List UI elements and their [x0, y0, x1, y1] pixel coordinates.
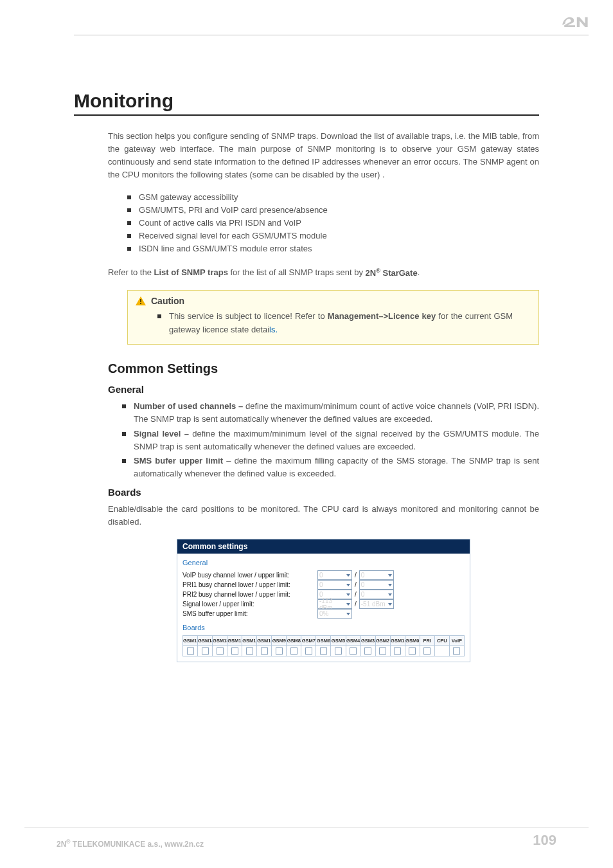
intro-paragraph: This section helps you configure sending… [108, 130, 539, 182]
checkbox[interactable] [409, 647, 416, 655]
panel-row: PRI1 busy channel lower / upper limit:0/… [182, 580, 465, 590]
panel-row: VoIP busy channel lower / upper limit:0/… [182, 570, 465, 580]
separator: / [352, 572, 359, 579]
board-col-header: GSM10 [257, 636, 272, 646]
text: Refer to the [108, 268, 154, 278]
select[interactable]: 0 [359, 570, 394, 580]
text: for the list of all SNMP traps sent by [228, 268, 366, 278]
select-value: 0 [361, 591, 365, 598]
warning-icon [136, 296, 146, 305]
board-col-header: GSM7 [301, 636, 316, 646]
panel-row: Signal lower / upper limit:-113 dBm/-51 … [182, 599, 465, 609]
checkbox[interactable] [423, 647, 431, 655]
term: Signal level – [134, 429, 192, 439]
checkbox[interactable] [394, 647, 401, 655]
chevron-down-icon [346, 584, 350, 586]
checkbox[interactable] [453, 647, 460, 655]
checkbox[interactable] [350, 647, 357, 655]
select[interactable]: 0% [317, 609, 352, 619]
board-cell [257, 646, 272, 656]
board-cell [390, 646, 405, 656]
board-cell [287, 646, 301, 656]
panel-row-label: PRI1 busy channel lower / upper limit: [182, 581, 317, 589]
list-item: Number of used channels – define the max… [122, 400, 539, 426]
text: 2N [57, 840, 66, 849]
text-bold: List of SNMP traps [154, 268, 228, 278]
board-col-header: GSM8 [287, 636, 301, 646]
caution-item: This service is subject to licence! Refe… [157, 310, 513, 337]
panel-row-label: Signal lower / upper limit: [182, 600, 317, 608]
board-cell [420, 646, 434, 656]
text: TELEKOMUNIKACE a.s., www.2n.cz [71, 840, 204, 849]
panel-row-label: SMS buffer upper limit: [182, 610, 317, 618]
select-value: -51 dBm [361, 601, 386, 608]
caution-title: Caution [151, 296, 184, 306]
select[interactable]: 0 [317, 580, 352, 590]
checkbox[interactable] [290, 647, 298, 655]
board-col-header: GSM11 [242, 636, 257, 646]
panel-row-label: VoIP busy channel lower / upper limit: [182, 571, 317, 579]
checkbox[interactable] [217, 647, 224, 655]
checkbox[interactable] [202, 647, 209, 655]
refer-line: Refer to the List of SNMP traps for the … [108, 266, 539, 279]
board-col-header: GSM5 [331, 636, 346, 646]
boards-table: GSM15GSM14GSM13GSM12GSM11GSM10GSM9GSM8GS… [182, 635, 465, 656]
board-cell [183, 646, 198, 656]
select-value: 0 [319, 581, 323, 588]
select[interactable]: 0 [359, 590, 394, 599]
checkbox[interactable] [276, 647, 283, 655]
board-cell [227, 646, 242, 656]
separator: / [352, 591, 359, 598]
chevron-down-icon [388, 593, 392, 596]
text-bold: 2N [366, 268, 377, 278]
page-title: Monitoring [74, 90, 539, 112]
footer-left: 2N® TELEKOMUNIKACE a.s., www.2n.cz [57, 838, 204, 849]
board-cell [405, 646, 420, 656]
separator: / [352, 601, 359, 608]
checkbox[interactable] [305, 647, 312, 655]
board-col-header: GSM3 [360, 636, 375, 646]
select[interactable]: -51 dBm [359, 599, 394, 609]
term: SMS bufer upper limit [134, 456, 223, 466]
select[interactable]: -113 dBm [317, 599, 352, 609]
board-cell [316, 646, 331, 656]
board-col-header: VoIP [449, 636, 464, 646]
board-cell [449, 646, 464, 656]
checkbox[interactable] [335, 647, 342, 655]
svg-rect-2 [140, 303, 141, 304]
board-cell [331, 646, 346, 656]
checkbox[interactable] [364, 647, 371, 655]
chevron-down-icon [388, 574, 392, 577]
checkbox[interactable] [261, 647, 268, 655]
separator: / [352, 581, 359, 588]
licence-link[interactable]: ls. [269, 325, 278, 334]
panel-row-label: PRI2 busy channel lower / upper limit: [182, 590, 317, 599]
panel-section-boards: Boards [182, 624, 465, 631]
select[interactable]: 0 [359, 580, 394, 590]
checkbox[interactable] [187, 647, 194, 655]
checkbox[interactable] [379, 647, 386, 655]
select[interactable]: 0 [317, 570, 352, 580]
board-cell [346, 646, 360, 656]
chevron-down-icon [346, 574, 350, 577]
board-col-header: GSM6 [316, 636, 331, 646]
definitions-list: Number of used channels – define the max… [122, 400, 539, 480]
checkbox[interactable] [231, 647, 238, 655]
list-item: GSM/UMTS, PRI and VoIP card presence/abs… [127, 204, 539, 217]
general-heading: General [108, 384, 539, 395]
list-item: GSM gateway accessibility [127, 191, 539, 204]
board-col-header: GSM14 [198, 636, 213, 646]
text-bold: StarGate [380, 268, 418, 278]
chevron-down-icon [388, 584, 392, 586]
board-cell [301, 646, 316, 656]
select-value: 0 [361, 572, 365, 579]
board-cell [213, 646, 227, 656]
checkbox[interactable] [320, 647, 327, 655]
term: Number of used channels – [134, 401, 245, 411]
checkbox[interactable] [246, 647, 253, 655]
select-value: 0 [319, 572, 323, 579]
board-col-header: CPU [434, 636, 449, 646]
list-item: Received signal level for each GSM/UMTS … [127, 230, 539, 242]
list-item: SMS bufer upper limit – define the maxim… [122, 455, 539, 480]
board-col-header: GSM0 [405, 636, 420, 646]
